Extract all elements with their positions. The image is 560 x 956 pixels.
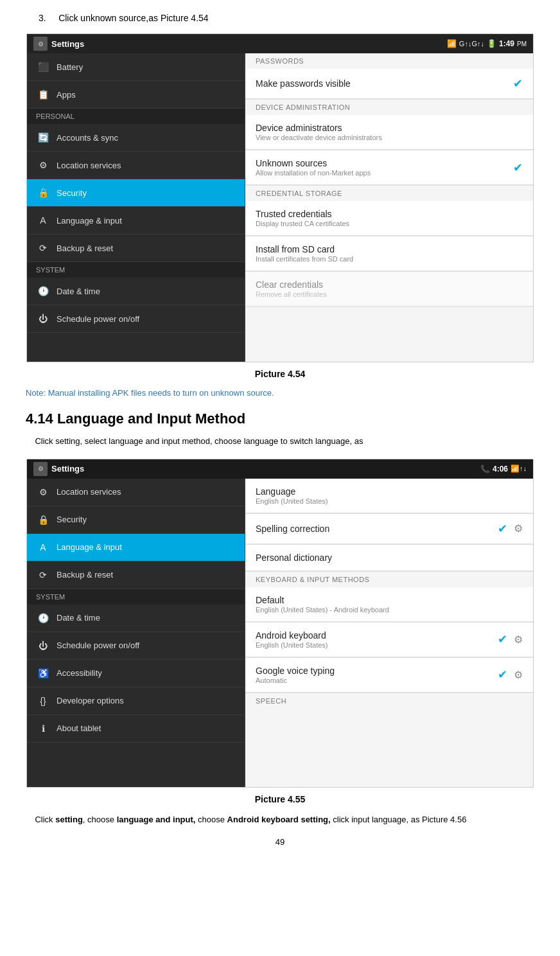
setting-row[interactable]: Personal dictionary	[245, 545, 533, 571]
step-instruction: 3. Click unknown source,as Picture 4.54	[39, 13, 534, 23]
setting-row[interactable]: Google voice typingAutomatic✔⚙	[245, 658, 533, 693]
sidebar-item-language[interactable]: ALanguage & input	[27, 207, 245, 235]
setting-row[interactable]: DefaultEnglish (United States) - Android…	[245, 587, 533, 622]
sidebar-2: ⚙Location services🔒SecurityALanguage & i…	[27, 479, 245, 787]
step-text: Click unknown source,as Picture 4.54	[58, 13, 208, 23]
sidebar-section-header: SYSTEM	[27, 589, 245, 605]
setting-title: Clear credentials	[256, 279, 523, 290]
sidebar-label-security: Security	[57, 188, 87, 198]
setting-row-content: LanguageEnglish (United States)	[256, 486, 523, 505]
setting-subtitle: Allow installation of non-Market apps	[256, 169, 507, 177]
sidebar-label-backup: Backup & reset	[57, 243, 113, 253]
bottom-bold-1: setting	[55, 815, 83, 824]
settings-adjust-icon[interactable]: ⚙	[514, 522, 523, 535]
time-1: 1:49	[499, 39, 514, 48]
setting-row[interactable]: Unknown sourcesAllow installation of non…	[245, 150, 533, 185]
language-icon: A	[36, 213, 50, 227]
location-icon: ⚙	[36, 485, 50, 499]
setting-row-content: Android keyboardEnglish (United States)	[256, 630, 491, 649]
sidebar-item-battery[interactable]: ⬛Battery	[27, 53, 245, 81]
setting-row[interactable]: Device administratorsView or deactivate …	[245, 115, 533, 150]
bottom-bold-2: language and input,	[117, 815, 196, 824]
settings-adjust-icon[interactable]: ⚙	[514, 633, 523, 646]
setting-row[interactable]: Spelling correction✔⚙	[245, 514, 533, 544]
sidebar-item-accounts[interactable]: 🔄Accounts & sync	[27, 124, 245, 152]
page-number: 49	[26, 837, 534, 847]
setting-title: Google voice typing	[256, 666, 491, 676]
setting-row-content: DefaultEnglish (United States) - Android…	[256, 595, 523, 614]
caption-1: Picture 4.54	[26, 369, 534, 379]
sidebar-item-about[interactable]: ℹAbout tablet	[27, 715, 245, 743]
setting-row-content: Google voice typingAutomatic	[256, 666, 491, 684]
section-heading: 4.14 Language and Input Method	[26, 411, 534, 427]
sidebar-item-language[interactable]: ALanguage & input	[27, 534, 245, 562]
status-bar-1: ⚙ Settings 📶 G↑↓G↑↓ 🔋 1:49 PM	[27, 34, 533, 53]
sidebar-item-apps[interactable]: 📋Apps	[27, 81, 245, 109]
setting-row[interactable]: Trusted credentialsDisplay trusted CA ce…	[245, 201, 533, 236]
signal-icon-2: 📶↑↓	[511, 465, 527, 473]
sidebar-item-location[interactable]: ⚙Location services	[27, 479, 245, 506]
battery-icon: ⬛	[36, 60, 50, 74]
settings-adjust-icon[interactable]: ⚙	[514, 669, 523, 681]
app-title-1: Settings	[51, 39, 84, 49]
signal-icon: G↑↓G↑↓	[459, 40, 484, 48]
sidebar-label-datetime: Date & time	[57, 613, 100, 623]
time-2: 4:06	[493, 465, 508, 474]
section-label: SPEECH	[245, 693, 533, 709]
security-icon: 🔒	[36, 186, 50, 200]
setting-row-content: Install from SD cardInstall certificates…	[256, 244, 523, 263]
setting-row-content: Device administratorsView or deactivate …	[256, 123, 523, 141]
sidebar-label-location: Location services	[57, 161, 121, 170]
sidebar-label-schedule: Schedule power on/off	[57, 314, 139, 324]
about-icon: ℹ	[36, 721, 50, 736]
screenshot-1: ⚙ Settings 📶 G↑↓G↑↓ 🔋 1:49 PM ⬛Battery📋A…	[26, 33, 534, 362]
step-number: 3.	[39, 13, 46, 23]
sidebar-item-location[interactable]: ⚙Location services	[27, 152, 245, 179]
schedule-icon: ⏻	[36, 639, 50, 653]
setting-row-content: Clear credentialsRemove all certificates	[256, 279, 523, 298]
setting-title: Device administrators	[256, 123, 523, 133]
sidebar-section-header: PERSONAL	[27, 109, 245, 124]
setting-row[interactable]: Install from SD cardInstall certificates…	[245, 236, 533, 271]
setting-row-content: Personal dictionary	[256, 553, 523, 563]
setting-row-content: Trusted credentialsDisplay trusted CA ce…	[256, 209, 523, 227]
setting-subtitle: English (United States)	[256, 497, 523, 505]
sidebar-item-backup[interactable]: ⟳Backup & reset	[27, 562, 245, 589]
datetime-icon: 🕐	[36, 611, 50, 625]
sidebar-item-backup[interactable]: ⟳Backup & reset	[27, 235, 245, 262]
sidebar-label-apps: Apps	[57, 90, 76, 100]
settings-layout-1: ⬛Battery📋AppsPERSONAL🔄Accounts & sync⚙Lo…	[27, 53, 533, 362]
checkmark-icon: ✔	[513, 76, 523, 91]
sidebar-label-language: Language & input	[57, 216, 122, 226]
setting-title: Install from SD card	[256, 244, 523, 254]
sidebar-label-developer: Developer options	[57, 696, 124, 705]
sidebar-item-datetime[interactable]: 🕐Date & time	[27, 278, 245, 305]
setting-subtitle: English (United States)	[256, 641, 491, 649]
note-text: Note: Manual installing APK files needs …	[26, 388, 534, 398]
bottom-bold-3: Android keyboard setting,	[227, 815, 331, 824]
developer-icon: {}	[36, 694, 50, 708]
setting-subtitle: Install certificates from SD card	[256, 255, 523, 263]
schedule-icon: ⏻	[36, 312, 50, 326]
setting-row[interactable]: LanguageEnglish (United States)	[245, 479, 533, 513]
sidebar-item-datetime[interactable]: 🕐Date & time	[27, 605, 245, 632]
sidebar-label-accessibility: Accessibility	[57, 668, 102, 678]
section-label: KEYBOARD & INPUT METHODS	[245, 572, 533, 587]
sidebar-item-security[interactable]: 🔒Security	[27, 506, 245, 534]
sidebar-item-accessibility[interactable]: ♿Accessibility	[27, 660, 245, 687]
sidebar-label-language: Language & input	[57, 542, 122, 552]
setting-row[interactable]: Android keyboardEnglish (United States)✔…	[245, 623, 533, 657]
checkmark-icon: ✔	[513, 161, 523, 175]
sidebar-item-schedule[interactable]: ⏻Schedule power on/off	[27, 632, 245, 660]
setting-title: Language	[256, 486, 523, 497]
settings-layout-2: ⚙Location services🔒SecurityALanguage & i…	[27, 479, 533, 787]
settings-icon: ⚙	[33, 37, 48, 51]
status-bar-2: ⚙ Settings 📞 4:06 📶↑↓	[27, 459, 533, 479]
wifi-icon: 📶	[447, 39, 457, 48]
sidebar-item-developer[interactable]: {}Developer options	[27, 687, 245, 715]
sidebar-item-security[interactable]: 🔒Security	[27, 179, 245, 207]
setting-title: Personal dictionary	[256, 553, 523, 563]
setting-row[interactable]: Make passwords visible✔	[245, 69, 533, 99]
security-icon: 🔒	[36, 513, 50, 527]
sidebar-item-schedule[interactable]: ⏻Schedule power on/off	[27, 305, 245, 333]
